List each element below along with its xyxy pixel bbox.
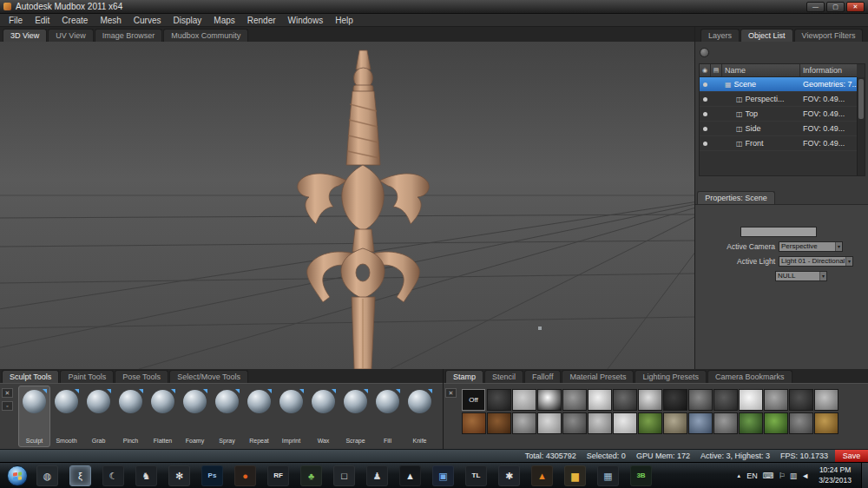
menu-create[interactable]: Create xyxy=(56,16,94,25)
stamp-thumbnail[interactable] xyxy=(588,389,612,411)
tab-lighting-presets[interactable]: Lighting Presets xyxy=(635,370,707,383)
menu-curves[interactable]: Curves xyxy=(128,16,168,25)
tab-layers[interactable]: Layers xyxy=(700,29,740,42)
null-dropdown[interactable]: NULL▾ xyxy=(775,271,827,281)
visibility-icon[interactable] xyxy=(703,112,707,116)
tree-app-icon[interactable]: ♣ xyxy=(300,465,322,486)
realflow-icon[interactable]: RF xyxy=(267,465,289,486)
menu-mesh[interactable]: Mesh xyxy=(94,16,127,25)
tab-image-browser[interactable]: Image Browser xyxy=(95,29,163,42)
language-indicator[interactable]: EN xyxy=(746,472,758,480)
object-row-scene[interactable]: ▦SceneGeometries: 7... xyxy=(700,77,857,92)
save-button[interactable]: Save xyxy=(835,450,868,462)
tab-mudbox-community[interactable]: Mudbox Community xyxy=(163,29,248,42)
stamp-thumbnail[interactable] xyxy=(588,412,612,434)
stamp-thumbnail[interactable] xyxy=(814,389,838,411)
stamp-thumbnail[interactable] xyxy=(562,389,587,411)
stamp-thumbnail[interactable] xyxy=(688,389,713,411)
stamp-thumbnail[interactable] xyxy=(462,412,486,434)
stamp-thumbnail[interactable] xyxy=(512,412,536,434)
stamp-thumbnail[interactable] xyxy=(613,412,637,434)
tab-stencil[interactable]: Stencil xyxy=(484,370,523,383)
start-button[interactable] xyxy=(7,465,28,486)
stamp-off-button[interactable]: Off xyxy=(462,389,485,411)
tool-repeat[interactable]: Repeat xyxy=(243,386,275,447)
tool-pinch[interactable]: Pinch xyxy=(115,386,147,447)
visibility-icon[interactable] xyxy=(703,97,707,102)
column-name[interactable]: Name xyxy=(722,64,800,76)
stamp-thumbnail[interactable] xyxy=(638,412,662,434)
stamp-thumbnail[interactable] xyxy=(739,389,763,411)
clock[interactable]: 10:24 PM 3/23/2013 xyxy=(814,465,856,485)
stamp-thumbnail[interactable] xyxy=(562,412,587,434)
crescent-app-icon[interactable]: ☾ xyxy=(102,465,124,486)
object-row-front[interactable]: ◫FrontFOV: 0.49... xyxy=(700,136,857,151)
tab-paint-tools[interactable]: Paint Tools xyxy=(60,370,114,383)
menu-render[interactable]: Render xyxy=(241,16,282,25)
tab-falloff[interactable]: Falloff xyxy=(524,370,561,383)
statue-app-icon[interactable]: ♟ xyxy=(366,465,388,486)
flag-icon[interactable]: ⚐ xyxy=(779,472,786,480)
stamp-thumbnail[interactable] xyxy=(537,389,562,411)
tab-material-presets[interactable]: Material Presets xyxy=(562,370,634,383)
panel-options-icon[interactable] xyxy=(700,48,709,57)
stamp-thumbnail[interactable] xyxy=(638,389,662,411)
scrollbar-thumb[interactable] xyxy=(858,79,864,119)
stamp-thumbnail[interactable] xyxy=(713,389,738,411)
tab-sculpt-tools[interactable]: Sculpt Tools xyxy=(2,370,59,383)
tool-imprint[interactable]: Imprint xyxy=(275,386,307,447)
unity-icon[interactable]: ▲ xyxy=(399,465,421,486)
tray-option-button[interactable]: ▫ xyxy=(2,401,13,411)
tab-select-move-tools[interactable]: Select/Move Tools xyxy=(169,370,248,383)
tab-pose-tools[interactable]: Pose Tools xyxy=(115,370,168,383)
menu-help[interactable]: Help xyxy=(329,16,359,25)
menu-file[interactable]: File xyxy=(3,16,29,25)
tab-camera-bookmarks[interactable]: Camera Bookmarks xyxy=(707,370,792,383)
stamp-thumbnail[interactable] xyxy=(789,389,813,411)
stamp-thumbnail[interactable] xyxy=(814,412,838,434)
tool-smooth[interactable]: Smooth xyxy=(50,386,82,447)
stamp-thumbnail[interactable] xyxy=(764,389,788,411)
stamp-thumbnail[interactable] xyxy=(764,412,788,434)
stamp-thumbnail[interactable] xyxy=(688,412,713,434)
tl-app-icon[interactable]: TL xyxy=(465,465,487,486)
paw-app-icon[interactable]: ✱ xyxy=(498,465,520,486)
tool-foamy[interactable]: Foamy xyxy=(179,386,211,447)
tool-flatten[interactable]: Flatten xyxy=(147,386,179,447)
menu-edit[interactable]: Edit xyxy=(29,16,56,25)
tool-sculpt[interactable]: Sculpt xyxy=(18,386,50,447)
stamp-thumbnail[interactable] xyxy=(487,412,511,434)
visibility-icon[interactable] xyxy=(703,82,707,87)
stamp-thumbnail[interactable] xyxy=(512,389,536,411)
visibility-icon[interactable] xyxy=(703,142,707,146)
volume-icon[interactable]: ◄ xyxy=(801,472,809,480)
stamp-thumbnail[interactable] xyxy=(713,412,738,434)
stamp-thumbnail[interactable] xyxy=(537,412,562,434)
network-icon[interactable]: ▥ xyxy=(790,472,798,480)
object-list-scrollbar[interactable] xyxy=(857,77,865,175)
column-information[interactable]: Information xyxy=(800,64,857,76)
keyboard-icon[interactable]: ⌨ xyxy=(763,472,774,480)
tool-grab[interactable]: Grab xyxy=(82,386,115,447)
stamp-thumbnail[interactable] xyxy=(487,389,511,411)
show-desktop-button[interactable] xyxy=(861,463,868,488)
tool-scrape[interactable]: Scrape xyxy=(339,386,372,447)
globe-app-icon[interactable]: ◍ xyxy=(36,465,58,486)
object-row-side[interactable]: ◫SideFOV: 0.49... xyxy=(700,122,857,136)
tray-close-button[interactable]: ✕ xyxy=(2,388,13,398)
mudbox-taskbar-icon[interactable]: ξ xyxy=(69,465,91,486)
tool-fill[interactable]: Fill xyxy=(372,386,404,447)
photo-viewer-icon[interactable]: ▦ xyxy=(597,465,619,486)
tab-object-list[interactable]: Object List xyxy=(740,29,793,42)
tray-expand-icon[interactable]: ▲ xyxy=(736,473,741,478)
cube-app-icon[interactable]: □ xyxy=(333,465,355,486)
photoshop-icon[interactable]: Ps xyxy=(201,465,223,486)
stamp-thumbnail[interactable] xyxy=(663,412,687,434)
tab-viewport-filters[interactable]: Viewport Filters xyxy=(794,29,864,42)
tab-3d-view[interactable]: 3D View xyxy=(3,29,47,42)
tab-stamp[interactable]: Stamp xyxy=(445,370,483,383)
vlc-icon[interactable]: ▲ xyxy=(531,465,553,486)
stamp-thumbnail[interactable] xyxy=(613,389,637,411)
tray-close-button[interactable]: ✕ xyxy=(445,388,457,398)
tool-spray[interactable]: Spray xyxy=(211,386,243,447)
